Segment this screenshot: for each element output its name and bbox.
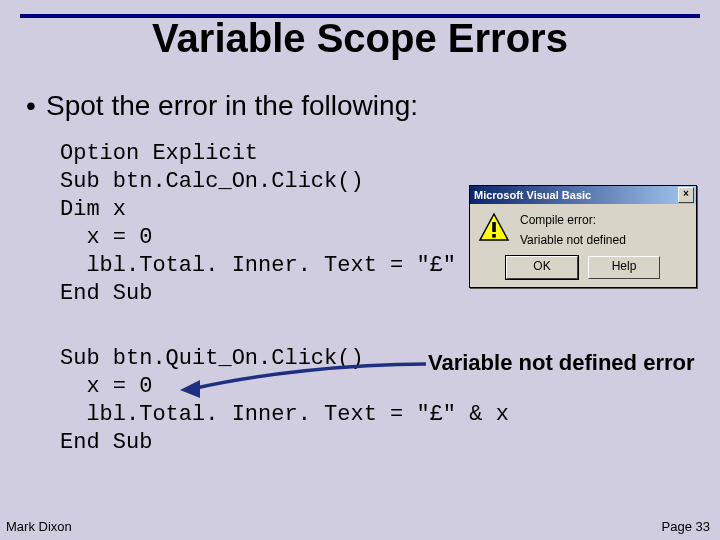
dialog-titlebar: Microsoft Visual Basic × (470, 186, 696, 204)
code-block-1: Option Explicit Sub btn.Calc_On.Click() … (60, 140, 509, 308)
error-dialog: Microsoft Visual Basic × Compile error: … (469, 185, 697, 288)
help-button[interactable]: Help (588, 256, 660, 279)
bullet-text: Spot the error in the following: (46, 90, 418, 121)
warning-icon (478, 212, 510, 244)
ok-button[interactable]: OK (506, 256, 578, 279)
dialog-message: Compile error: Variable not defined (520, 212, 626, 248)
close-icon[interactable]: × (678, 187, 694, 203)
footer-author: Mark Dixon (6, 519, 72, 534)
svg-rect-3 (492, 234, 496, 238)
dialog-line2: Variable not defined (520, 232, 626, 248)
slide-title: Variable Scope Errors (0, 16, 720, 61)
dialog-line1: Compile error: (520, 212, 626, 228)
svg-rect-2 (492, 222, 496, 232)
error-annotation: Variable not defined error (428, 350, 695, 376)
bullet-line: •Spot the error in the following: (26, 90, 418, 122)
dialog-buttons: OK Help (470, 252, 696, 287)
dialog-body: Compile error: Variable not defined (470, 204, 696, 252)
footer-page: Page 33 (662, 519, 710, 534)
bullet-marker: • (26, 90, 46, 122)
dialog-title: Microsoft Visual Basic (474, 186, 591, 204)
slide: Variable Scope Errors •Spot the error in… (0, 0, 720, 540)
